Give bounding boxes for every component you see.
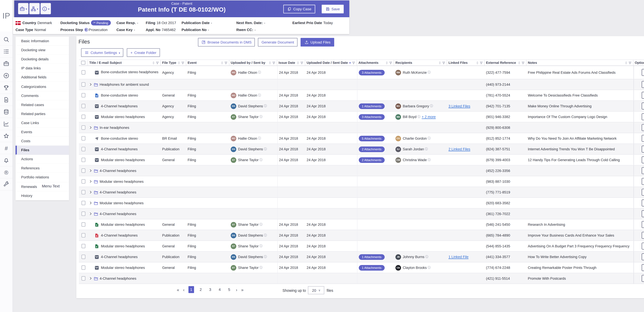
table-row[interactable]: Bone-conductive stereoBR EmailFilingHOHa… (79, 133, 644, 144)
sort-filter-icons[interactable] (518, 61, 525, 64)
column-header-recipients[interactable]: Recipients (394, 60, 447, 65)
sort-filter-icons[interactable] (476, 61, 483, 64)
sidebar-item-related-parties[interactable]: Related parties (16, 109, 69, 119)
title-cell[interactable]: 4-Channel headphones (88, 101, 161, 111)
sidebar-item-events[interactable]: Events (16, 128, 69, 137)
chevron-right-icon[interactable] (89, 201, 92, 205)
column-header-attach[interactable]: Attachments (357, 60, 394, 65)
header-sitemap-button[interactable]: ▾ (29, 3, 40, 14)
page-button-4[interactable]: 4 (217, 288, 222, 292)
info-circle-icon[interactable]: ⓘ (428, 70, 430, 74)
sidebar-item-actions[interactable]: Actions (16, 155, 69, 164)
rail-item-wrench[interactable] (0, 178, 12, 191)
chevron-right-icon[interactable] (89, 126, 92, 129)
table-row[interactable]: 4-Channel headphones(421) 911-5514Promot… (79, 273, 644, 284)
row-checkbox[interactable] (82, 104, 86, 108)
chevron-right-icon[interactable] (89, 83, 92, 86)
funnel-icon[interactable] (156, 61, 159, 64)
sidebar-item-files[interactable]: Files (16, 146, 69, 155)
chevron-right-icon[interactable] (89, 180, 92, 183)
funnel-icon[interactable] (181, 61, 184, 64)
column-header-options[interactable]: Options (634, 60, 644, 65)
row-checkbox[interactable] (82, 244, 86, 248)
sort-filter-icons[interactable] (268, 61, 276, 64)
title-cell[interactable]: XModular stereo headphones (88, 241, 161, 251)
column-header-uploaded[interactable]: Uploaded Date / Sent Date▼ (305, 60, 357, 65)
info-circle-icon[interactable]: ⓘ (258, 70, 261, 74)
funnel-icon[interactable] (272, 61, 276, 64)
info-circle-icon[interactable]: ⓘ (425, 147, 428, 151)
row-checkbox[interactable] (82, 93, 86, 97)
linked-files-link[interactable]: 3 Linked Files (448, 104, 470, 108)
row-options-button[interactable]: ⋯▿ (642, 178, 644, 185)
sidebar-item-comments[interactable]: Comments (16, 91, 69, 100)
first-page-button[interactable]: « (177, 287, 179, 292)
title-cell[interactable]: 4-Channel headphones (88, 144, 161, 154)
column-header-uploader[interactable]: Uploaded by / Sent by (230, 60, 277, 65)
title-cell[interactable]: Bone-conductive stereo headphones (88, 66, 161, 79)
row-checkbox[interactable] (82, 82, 86, 86)
info-circle-icon[interactable]: ⓘ (260, 222, 262, 227)
sort-desc-icon[interactable]: ▼ (349, 61, 351, 64)
rail-item-trophy[interactable] (0, 82, 12, 94)
next-page-button[interactable]: › (236, 287, 237, 292)
info-circle-icon[interactable]: ⓘ (428, 136, 430, 140)
sidebar-item-categorizations[interactable]: Categorizations (16, 82, 69, 91)
row-options-button[interactable]: ⋯▿ (642, 167, 644, 174)
more-recipients-link[interactable]: + 2 more (422, 115, 436, 119)
row-checkbox[interactable] (82, 115, 86, 119)
info-circle-icon[interactable]: ⓘ (417, 115, 420, 119)
sort-filter-icons[interactable] (220, 61, 228, 64)
upload-files-button[interactable]: Upload Files (300, 38, 334, 47)
table-row[interactable]: XModular stereo headphonesGeneralFilingS… (79, 241, 644, 252)
info-circle-icon[interactable]: ⓘ (425, 255, 428, 259)
table-row[interactable]: XModular stereo headphonesGeneralFilingS… (79, 219, 644, 230)
table-row[interactable]: 4-Channel headphonesAgencyFilingDSDavid … (79, 101, 644, 112)
info-circle-icon[interactable]: ⓘ (264, 255, 267, 259)
table-row[interactable]: Modular stereo headphonesGeneralFilingST… (79, 155, 644, 166)
rail-item-bell[interactable] (0, 154, 12, 166)
row-options-button[interactable]: ⋯▿ (642, 81, 644, 88)
funnel-icon[interactable] (480, 61, 483, 64)
rail-item-briefcase[interactable] (0, 58, 12, 70)
header-briefcase-button[interactable]: ▾ (18, 3, 28, 14)
info-circle-icon[interactable]: ⓘ (428, 265, 430, 270)
sort-filter-icons[interactable] (385, 61, 392, 64)
title-cell[interactable]: WBone-conductive stereo (88, 90, 161, 100)
title-cell[interactable]: A4-Channel headphones (88, 230, 161, 241)
save-button[interactable]: Save (322, 5, 344, 13)
last-page-button[interactable]: » (241, 287, 244, 292)
row-checkbox[interactable] (82, 222, 86, 227)
column-header-extref[interactable]: External Reference (485, 60, 526, 65)
chevron-right-icon[interactable] (89, 169, 92, 172)
title-cell[interactable]: Modular stereo headphones (88, 176, 161, 187)
funnel-icon[interactable] (224, 61, 228, 64)
sort-icon[interactable] (385, 61, 388, 64)
info-circle-icon[interactable]: ⓘ (428, 158, 430, 162)
sort-icon[interactable] (152, 61, 155, 64)
sidebar-item-costs[interactable]: Costs (16, 137, 69, 146)
row-checkbox[interactable] (82, 169, 86, 173)
sort-filter-icons[interactable] (352, 61, 355, 64)
title-cell[interactable]: Modular stereo headphones (88, 263, 161, 273)
table-row[interactable]: Bone-conductive stereo headphonesAgencyF… (79, 66, 644, 79)
row-checkbox[interactable] (82, 255, 86, 259)
sort-filter-icons[interactable] (624, 61, 632, 64)
sort-filter-icons[interactable] (177, 61, 184, 64)
table-row[interactable]: Modular stereo headphones(983) 887-1030⋯… (79, 176, 644, 187)
row-checkbox[interactable] (82, 147, 86, 151)
table-row[interactable]: 4-Channel headphones(361) 726-7022⋯▿ (79, 209, 644, 219)
row-options-button[interactable]: ⋯▿ (642, 103, 644, 109)
table-row[interactable]: 4-Channel headphonesPublicationFilingDSD… (79, 252, 644, 263)
title-cell[interactable]: 4-Channel headphones (88, 209, 161, 219)
sort-icon[interactable] (518, 61, 521, 64)
row-options-button[interactable]: ⋯▿ (642, 92, 644, 99)
row-options-button[interactable]: ⋯▿ (642, 146, 644, 153)
title-cell[interactable]: Headphones for ambient sound (88, 79, 161, 90)
table-row[interactable]: Headphones for ambient sound(440) 973-21… (79, 79, 644, 90)
info-circle-icon[interactable]: ⓘ (260, 158, 262, 162)
table-row[interactable]: WBone-conductive stereoGeneralFilingHOHa… (79, 90, 644, 101)
info-circle-icon[interactable]: ⓘ (260, 244, 262, 248)
column-header-filetype[interactable]: File Type (161, 60, 186, 65)
sidebar-item-case-links[interactable]: Case Links (16, 118, 69, 128)
